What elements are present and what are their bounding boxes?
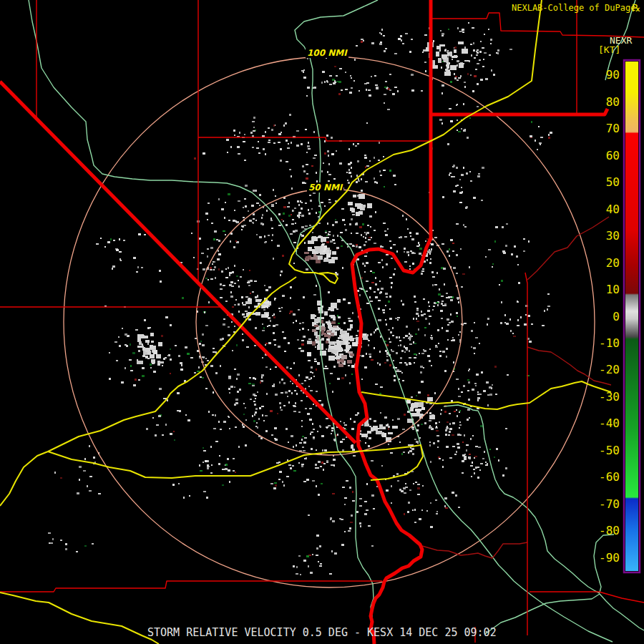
radar-velocity-field (48, 22, 552, 575)
colorbar-gradient (625, 62, 638, 571)
colorbar-tick-label: 70 (606, 122, 620, 135)
rivers-green (29, 0, 644, 642)
range-ring-label: 100 NMI (306, 48, 348, 58)
colorbar-tick-label: -10 (599, 336, 620, 350)
range-ring-label: 50 NMI (307, 182, 343, 192)
colorbar-tick-label: 90 (606, 68, 620, 82)
roads-yellow (0, 0, 611, 644)
colorbar-tick-label: 60 (606, 149, 620, 162)
radar-display: 9080706050403020100-10-20-30-40-50-60-70… (0, 0, 644, 644)
colorbar-tick-label: -60 (599, 470, 620, 484)
colorbar-tick-label: -30 (599, 390, 620, 404)
colorbar-tick-label: 40 (606, 203, 620, 216)
colorbar-tick-label: 10 (606, 283, 620, 296)
colorbar-tick-label: 80 (606, 95, 620, 109)
nexlab-logo-icon: ℞ (632, 2, 641, 14)
units-label: [KT] (598, 44, 620, 55)
colorbar-tick-label: -70 (599, 497, 620, 511)
status-bar: STORM RELATIVE VELOCITY 0.5 DEG - KESX 1… (147, 626, 497, 639)
colorbar-tick-label: -90 (599, 551, 620, 565)
colorbar-tick-label: 50 (606, 175, 620, 189)
colorbar-tick-label: -80 (599, 524, 620, 537)
colorbar-tick-label: 30 (606, 229, 620, 243)
colorbar-tick-label: -40 (599, 416, 620, 430)
radar-map-canvas: 9080706050403020100-10-20-30-40-50-60-70… (0, 0, 644, 644)
colorbar-tick-label: -20 (599, 363, 620, 376)
colorbar-tick-label: 20 (606, 256, 620, 270)
velocity-colorbar: 9080706050403020100-10-20-30-40-50-60-70… (599, 60, 640, 572)
colorbar-tick-label: 0 (613, 310, 620, 323)
colorbar-tick-label: -50 (599, 444, 620, 457)
brand-title: NEXLAB-College of DuPage (512, 3, 635, 13)
